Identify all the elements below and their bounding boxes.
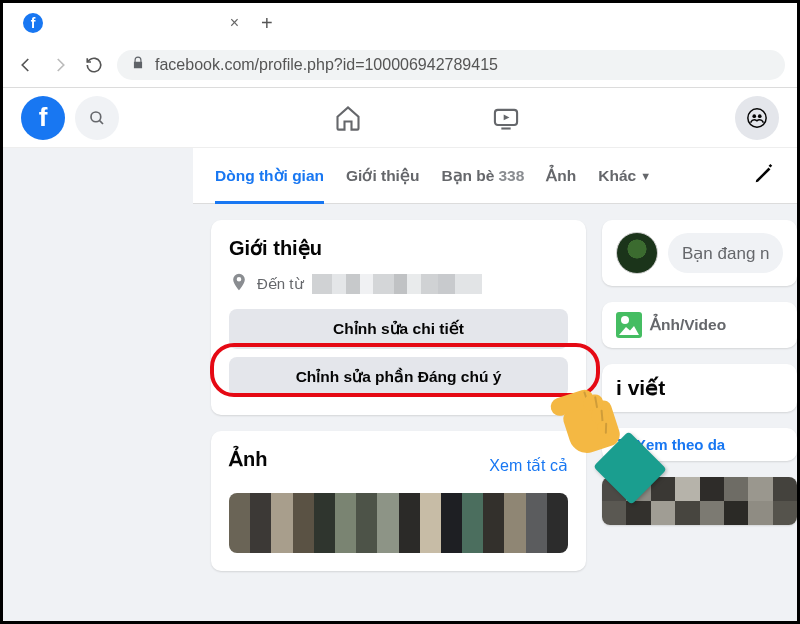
watch-icon[interactable] — [462, 94, 550, 142]
new-tab-button[interactable]: + — [251, 12, 283, 35]
profile-content: Dòng thời gian Giới thiệu Bạn bè338 Ảnh … — [3, 148, 797, 622]
address-bar[interactable]: facebook.com/profile.php?id=100006942789… — [117, 50, 785, 80]
location-icon — [229, 272, 249, 295]
friend-count: 338 — [498, 167, 524, 185]
forward-button[interactable] — [49, 54, 71, 76]
search-button[interactable] — [75, 96, 119, 140]
header-nav — [129, 94, 725, 142]
tab-photos[interactable]: Ảnh — [546, 148, 576, 204]
tab-timeline[interactable]: Dòng thời gian — [215, 148, 324, 204]
facebook-logo[interactable]: f — [21, 96, 65, 140]
svg-point-4 — [758, 114, 762, 118]
photo-video-button[interactable]: Ảnh/Video — [602, 302, 797, 348]
svg-point-3 — [752, 114, 756, 118]
tab-friends[interactable]: Bạn bè338 — [441, 148, 524, 204]
from-row: Đến từ — [229, 272, 568, 295]
svg-point-0 — [91, 112, 101, 122]
from-label: Đến từ — [257, 275, 304, 293]
intro-heading: Giới thiệu — [229, 236, 568, 260]
browser-chrome: f × + facebook.com/profile.php?id=100006… — [3, 3, 797, 88]
browser-tab[interactable]: f × — [11, 7, 251, 39]
chevron-down-icon: ▼ — [640, 170, 651, 182]
edit-featured-button[interactable]: Chỉnh sửa phần Đáng chú ý — [229, 357, 568, 397]
tab-strip: f × + — [3, 3, 797, 43]
tab-about[interactable]: Giới thiệu — [346, 148, 419, 204]
home-icon[interactable] — [304, 94, 392, 142]
composer-input[interactable]: Bạn đang n — [668, 233, 783, 273]
groups-icon[interactable] — [735, 96, 779, 140]
see-all-photos-link[interactable]: Xem tất cả — [489, 456, 568, 475]
toolbar: facebook.com/profile.php?id=100006942789… — [3, 43, 797, 87]
lock-icon — [131, 56, 145, 74]
from-value-redacted — [312, 274, 482, 294]
image-icon — [616, 312, 642, 338]
tab-more[interactable]: Khác▼ — [598, 148, 651, 204]
url-text: facebook.com/profile.php?id=100006942789… — [155, 56, 498, 74]
avatar[interactable] — [616, 232, 658, 274]
facebook-favicon: f — [23, 13, 43, 33]
close-tab-icon[interactable]: × — [230, 14, 239, 32]
photos-heading: Ảnh — [229, 447, 267, 471]
posts-header: i viết — [602, 364, 797, 412]
facebook-header: f — [3, 88, 797, 148]
profile-tabs: Dòng thời gian Giới thiệu Bạn bè338 Ảnh … — [193, 148, 797, 204]
photos-card: Ảnh Xem tất cả — [211, 431, 586, 571]
back-button[interactable] — [15, 54, 37, 76]
filter-icon — [614, 439, 630, 451]
status-composer[interactable]: Bạn đang n — [602, 220, 797, 286]
post-thumbnail[interactable] — [602, 477, 797, 525]
photo-grid[interactable] — [229, 493, 568, 553]
reload-button[interactable] — [83, 54, 105, 76]
edit-details-button[interactable]: Chỉnh sửa chi tiết — [229, 309, 568, 349]
posts-heading: i viết — [616, 376, 665, 400]
svg-point-2 — [748, 108, 766, 126]
view-filter-link[interactable]: Xem theo da — [602, 428, 797, 461]
intro-card: Giới thiệu Đến từ Chỉnh sửa chi tiết Chỉ… — [211, 220, 586, 415]
edit-profile-icon[interactable] — [753, 163, 775, 189]
